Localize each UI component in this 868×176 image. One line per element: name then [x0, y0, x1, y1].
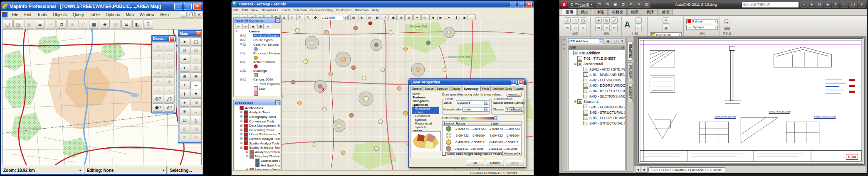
expander-icon[interactable]: ⊟ — [574, 62, 577, 66]
toolbox-row[interactable]: ⊞ Cartography Tools — [235, 115, 280, 119]
status-editing[interactable]: Editing: None▴ — [84, 166, 166, 174]
layer-checkbox[interactable]: ☑ — [243, 38, 247, 42]
toc-layer-row[interactable]: Total Population — [235, 82, 280, 86]
menu-item[interactable]: View — [250, 8, 260, 12]
toc-layer-row[interactable] — [235, 73, 280, 78]
main-tool-button[interactable]: ▰ — [179, 55, 190, 63]
drawing-tool-button[interactable]: ◅ — [164, 86, 175, 94]
ribbon-button[interactable]: ▱ — [603, 25, 610, 31]
ribbon-tab[interactable]: 常用 — [562, 9, 577, 15]
minimize-button[interactable]: — — [841, 1, 848, 8]
drawing-tool-button[interactable]: ▢ — [164, 68, 175, 77]
cancel-button[interactable]: Cancel — [486, 160, 504, 166]
checkbox-icon[interactable] — [442, 152, 446, 156]
close-icon[interactable]: ✕ — [196, 31, 201, 36]
expander-icon[interactable]: ⊟ — [240, 69, 243, 73]
toolbar-button[interactable]: ≣ — [35, 20, 45, 29]
menu-item[interactable]: Table — [87, 12, 103, 18]
toc-layer-row[interactable]: ⊞ ☑ HotSpot Clusters — [235, 34, 280, 38]
group-label[interactable]: 修改 — [603, 32, 609, 36]
close-icon[interactable]: ✕ — [169, 36, 175, 41]
toolbar-button[interactable]: ? — [143, 20, 153, 29]
toolbox-row[interactable]: ⊞ Analyzing Patterns — [235, 150, 280, 154]
expander-icon[interactable]: ⊟ — [240, 146, 243, 149]
dialog-tab[interactable]: Labels — [514, 86, 524, 91]
ribbon-tab[interactable]: 插入 — [577, 9, 592, 15]
arcmap-titlebar[interactable]: Centers - ArcMap - ArcInfo _ □ ✕ — [232, 1, 534, 7]
ribbon-button[interactable]: ⧉ — [595, 25, 602, 31]
dialog-tab[interactable]: Selection — [435, 86, 450, 91]
toolbox-row[interactable]: Hot Spot Analysis (Getis-Ord Gi*) — [235, 163, 280, 168]
menu-item[interactable]: Bookmarks — [260, 8, 280, 12]
palette-tab[interactable]: 图纸视图 — [627, 62, 633, 81]
expander-icon[interactable]: ⊞ — [245, 150, 249, 154]
show-list-item[interactable]: Categories — [412, 99, 439, 103]
expander-icon[interactable]: ⊞ — [240, 133, 243, 136]
sheet-row[interactable]: ▢ S-03 - FLOOR FRAMING — [569, 115, 625, 120]
color-combobox[interactable]: ByLayer ▼ — [686, 19, 718, 24]
sheet-row[interactable]: ▢ A-01 - MAIN AND SECO — [569, 72, 625, 77]
main-tool-button[interactable]: ↔ — [190, 107, 201, 115]
main-tool-button[interactable]: ➤ — [179, 37, 190, 46]
workspace-switcher[interactable]: ⚙ 三维建模 ▼ — [569, 1, 594, 8]
menu-item[interactable]: Windows — [353, 8, 370, 12]
toc-layer-row[interactable] — [235, 56, 280, 60]
toolbar-button[interactable]: ⧉ — [57, 20, 67, 29]
main-tool-button[interactable]: ∑ — [190, 116, 201, 124]
toc-layer-row[interactable]: Low — [235, 86, 280, 91]
main-tool-button[interactable]: ⊕ — [179, 72, 190, 81]
next-layout-button[interactable]: ▶ — [642, 167, 648, 173]
toolbar-button[interactable]: ▣ — [24, 20, 34, 29]
toc-layer-row[interactable] — [235, 64, 280, 69]
close-button[interactable]: ✕ — [526, 2, 532, 7]
main-tool-button[interactable]: ⊟ — [190, 133, 201, 142]
main-tool-button[interactable]: ⚑ — [190, 90, 201, 98]
main-tool-button[interactable]: ⬠ — [190, 46, 201, 54]
ribbon-button[interactable]: ∿ — [580, 25, 586, 31]
toolbar-button[interactable]: ◈ — [100, 20, 110, 29]
drawing-tool-button[interactable]: ◯ — [164, 60, 175, 68]
status-zoom[interactable]: Zoom: 18.92 km▴ — [1, 166, 83, 174]
drawing-tool-button[interactable]: ◿ — [153, 51, 163, 59]
drawing-tool-button[interactable]: ▭ — [153, 68, 163, 77]
help-button[interactable]: ? — [511, 80, 517, 85]
class-row[interactable]: -7.626574 - -3.694723 -7.626574 - -3.694… — [443, 126, 521, 132]
main-toolbar-titlebar[interactable]: Main ✕ — [178, 31, 202, 37]
sheet-row[interactable]: ▢ T-01 - TITLE SHEET — [569, 56, 625, 61]
quick-access-button[interactable]: ▣ — [611, 1, 619, 8]
menu-item[interactable]: Edit — [21, 12, 34, 18]
main-tool-button[interactable]: ⇲ — [190, 98, 201, 107]
toc-layer-row[interactable]: ⊟ ☑ Proposed Stations — [235, 51, 280, 56]
ribbon-button[interactable]: ╱ — [564, 17, 571, 24]
menu-item[interactable]: Insert — [280, 8, 292, 12]
toolbox-row[interactable]: ⊞ Conversion Tools — [235, 119, 280, 124]
main-tool-button[interactable]: ▤ — [179, 116, 190, 124]
class-row[interactable]: -0.491063 - 0.531512 -0.491063 - 0.53151… — [443, 139, 521, 146]
advanced-button[interactable]: Advanced ▾ — [502, 151, 522, 156]
maximize-button[interactable]: □ — [184, 3, 192, 10]
layer-checkbox[interactable]: ☑ — [243, 51, 247, 55]
sheet-row[interactable]: ⊟ ▣ Architectural — [569, 61, 625, 66]
child-minimize-button[interactable]: _ — [180, 12, 187, 18]
ribbon-button[interactable]: ⤢ — [611, 17, 618, 24]
ribbon-button[interactable]: ◯ — [580, 17, 586, 24]
popup-arrow-icon[interactable]: ▴ — [79, 169, 81, 172]
sheetset-combobox[interactable]: IRD Addition▼ — [568, 38, 604, 44]
close-button[interactable]: ✕ — [193, 3, 201, 10]
sheetset-toolbar-button[interactable]: ◈ — [605, 38, 611, 44]
close-icon[interactable]: ✕ — [275, 18, 280, 23]
drawing-tool-button[interactable]: ◠ — [164, 51, 175, 59]
expander-icon[interactable]: ⊞ — [240, 120, 243, 123]
ribbon-tab[interactable]: 管理 — [643, 9, 658, 15]
menu-item[interactable]: Window — [137, 12, 158, 18]
ribbon-button[interactable]: ✂ — [611, 25, 618, 31]
infocenter-button[interactable]: ⌕ — [800, 1, 808, 8]
toc-titlebar[interactable]: Table Of Contents ✕ — [234, 18, 281, 23]
ribbon-tab[interactable]: 输出 — [658, 9, 673, 15]
layout-tab[interactable]: S-03 FLOOR FRAMING PLAN AND SECTIONS — [648, 167, 725, 172]
menu-item[interactable]: Geoprocessing — [309, 8, 334, 12]
arctoolbox-titlebar[interactable]: ArcToolbox ✕ — [234, 100, 281, 105]
toolbox-row[interactable]: ⊞ Data Management Tools — [235, 123, 280, 128]
toolbar-button[interactable]: ✂ — [46, 20, 56, 29]
sheet-row[interactable]: ▢ AS-01 - ARCH SITE PLAN — [569, 66, 625, 72]
